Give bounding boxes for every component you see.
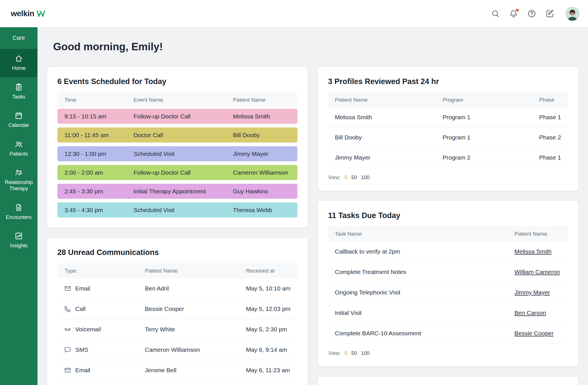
- task-name: Ongoing Telephonic Visit: [335, 289, 514, 296]
- column-header-program: Program: [443, 97, 539, 103]
- sidebar-item-tasks[interactable]: Tasks: [0, 77, 37, 106]
- view-option-5[interactable]: 5: [345, 175, 347, 181]
- view-option-50[interactable]: 50: [351, 175, 357, 181]
- sidebar-item-label: Calendar: [8, 122, 29, 129]
- email-icon: [64, 367, 71, 374]
- sidebar-item-label: Tasks: [12, 94, 25, 100]
- profile-patient-name: Bill Dooby: [335, 134, 443, 141]
- profile-program: Program 1: [443, 114, 539, 121]
- communication-patient-name: Jerome Bell: [145, 367, 246, 374]
- communication-type: Email: [64, 285, 145, 292]
- top-bar: welkin: [0, 0, 588, 27]
- sidebar-item-insights[interactable]: Insights: [0, 226, 37, 255]
- event-row[interactable]: 3:45 - 4:30 pmScheduled VisitTheresa Web…: [57, 202, 297, 217]
- communication-type: SMS: [64, 346, 145, 353]
- event-row[interactable]: 2:45 - 3:30 pmInitial Therapy Appointmen…: [57, 184, 297, 199]
- column-header-patient-name: Patient Name: [514, 231, 568, 237]
- communication-patient-name: Ben Adril: [145, 285, 246, 292]
- communication-row[interactable]: VoicemailTerry WhiteMay 5, 2:30 pm: [57, 319, 297, 340]
- sidebar-item-label: Encounters: [6, 214, 32, 221]
- voicemail-icon: [64, 326, 71, 333]
- task-name: Complete Treatment Notes: [335, 269, 514, 275]
- communication-row[interactable]: SMSCameron WilliamsonMay 6, 9:14 am: [57, 340, 297, 360]
- sidebar-item-calendar[interactable]: Calendar: [0, 106, 37, 134]
- event-row[interactable]: 2:00 - 2:00 amFollow-up Doctor CallCamer…: [57, 165, 297, 180]
- column-header-task-name: Task Name: [335, 231, 514, 237]
- profiles-table-body: Melissa SmithProgram 1Phase 1Bill DoobyP…: [328, 107, 568, 168]
- event-time: 9:15 - 10:15 am: [64, 113, 134, 120]
- communications-table-header: Type Patient Name Received at: [57, 263, 297, 278]
- sidebar-item-label: Insights: [10, 243, 28, 249]
- help-icon[interactable]: [527, 9, 537, 19]
- profiles-card: 3 Profiles Reviewed Past 24 hr Patient N…: [318, 67, 578, 191]
- tasks-pagination: View:550100: [328, 350, 568, 356]
- event-name: Scheduled Visit: [134, 150, 233, 157]
- task-patient-link[interactable]: Melissa Smith: [514, 248, 552, 255]
- task-row[interactable]: Ongoing Telephonic VisitJimmy Mayer: [328, 282, 568, 303]
- profile-row[interactable]: Bill DoobyProgram 1Phase 2: [328, 127, 568, 148]
- email-icon: [64, 285, 71, 292]
- column-header-patient-name: Patient Name: [335, 97, 443, 103]
- sidebar-item-encounters[interactable]: Encounters: [0, 198, 37, 226]
- event-name: Follow-up Doctor Call: [134, 113, 233, 120]
- task-name: Complete BARC-10 Assessment: [335, 330, 514, 337]
- tasks-icon: [14, 83, 23, 91]
- calendar-icon: [14, 111, 23, 120]
- sidebar: Care HomeTasksCalendarPatientsRelationsh…: [0, 27, 37, 385]
- event-patient-name: Theresa Webb: [233, 207, 297, 214]
- task-patient-link[interactable]: Ben Carson: [514, 309, 546, 316]
- event-time: 3:45 - 4:30 pm: [64, 207, 134, 214]
- view-option-100[interactable]: 100: [361, 175, 370, 181]
- view-option-50[interactable]: 50: [351, 350, 357, 356]
- notifications-icon[interactable]: [508, 9, 519, 19]
- communication-received-at: May 6, 11:23 am: [246, 367, 297, 374]
- event-time: 2:00 - 2:00 am: [64, 169, 134, 176]
- tasks-card: 11 Tasks Due Today Task Name Patient Nam…: [318, 201, 578, 367]
- column-header-type: Type: [64, 268, 145, 274]
- task-row[interactable]: Complete Treatment NotesWilliam Cameron: [328, 262, 568, 282]
- column-header-event-name: Event Name: [134, 97, 233, 103]
- compose-icon[interactable]: [545, 9, 555, 19]
- column-header-received-at: Received at: [246, 268, 297, 274]
- event-patient-name: Guy Hawkins: [233, 188, 297, 195]
- patients-icon: [14, 140, 23, 148]
- main-content: Good morning, Emily! 6 Events Scheduled …: [37, 27, 588, 385]
- task-row[interactable]: Complete BARC-10 AssessmentBessie Cooper: [328, 323, 568, 344]
- task-row[interactable]: Initial VisitBen Carson: [328, 303, 568, 323]
- communication-row[interactable]: CallBessie CooperMay 5, 12:03 pm: [57, 299, 297, 319]
- event-row[interactable]: 11:00 - 11:45 amDoctor CallBill Dooby: [57, 127, 297, 143]
- event-name: Scheduled Visit: [134, 207, 233, 214]
- tasks-table-body: Callback to verify at 2pmMelissa SmithCo…: [328, 241, 568, 344]
- event-time: 12:30 - 1:00 pm: [64, 150, 134, 157]
- sidebar-item-patients[interactable]: Patients: [0, 134, 37, 163]
- event-patient-name: Bill Dooby: [233, 132, 297, 139]
- column-header-time: Time: [64, 97, 134, 103]
- sidebar-item-label: Patients: [9, 151, 28, 157]
- communication-type: Call: [64, 305, 145, 313]
- task-row[interactable]: Callback to verify at 2pmMelissa Smith: [328, 241, 568, 262]
- event-row[interactable]: 12:30 - 1:00 pmScheduled VisitJimmy Maye…: [57, 146, 297, 161]
- profile-phase: Phase 1: [539, 114, 568, 121]
- communication-row[interactable]: EmailJerome BellMay 6, 11:23 am: [57, 360, 297, 380]
- communications-card-title: 28 Unread Communications: [57, 248, 297, 257]
- search-icon[interactable]: [490, 9, 501, 19]
- column-header-patient-name: Patient Name: [145, 268, 246, 274]
- view-option-100[interactable]: 100: [361, 350, 370, 356]
- task-patient-link[interactable]: Jimmy Mayer: [514, 289, 550, 296]
- event-name: Doctor Call: [134, 132, 233, 139]
- profile-row[interactable]: Melissa SmithProgram 1Phase 1: [328, 107, 568, 127]
- event-row[interactable]: 9:15 - 10:15 amFollow-up Doctor CallMeli…: [57, 109, 297, 124]
- communication-row[interactable]: EmailBen AdrilMay 5, 10:10 am: [57, 278, 297, 299]
- communication-patient-name: Terry White: [145, 326, 246, 333]
- task-patient-link[interactable]: Bessie Cooper: [514, 330, 554, 337]
- event-patient-name: Cameron Williamson: [233, 169, 297, 176]
- events-table-header: Time Event Name Patient Name: [57, 92, 297, 107]
- avatar[interactable]: [565, 7, 579, 21]
- communication-type-label: Voicemail: [75, 326, 101, 333]
- view-option-5[interactable]: 5: [345, 350, 347, 356]
- sidebar-item-relationship-therapy[interactable]: Relationship Therapy: [0, 163, 37, 197]
- event-patient-name: Jimmy Mayer: [233, 150, 297, 157]
- profile-row[interactable]: Jimmy MayerProgram 2Phase 1: [328, 148, 568, 168]
- sidebar-item-home[interactable]: Home: [0, 49, 37, 77]
- task-patient-link[interactable]: William Cameron: [514, 269, 560, 275]
